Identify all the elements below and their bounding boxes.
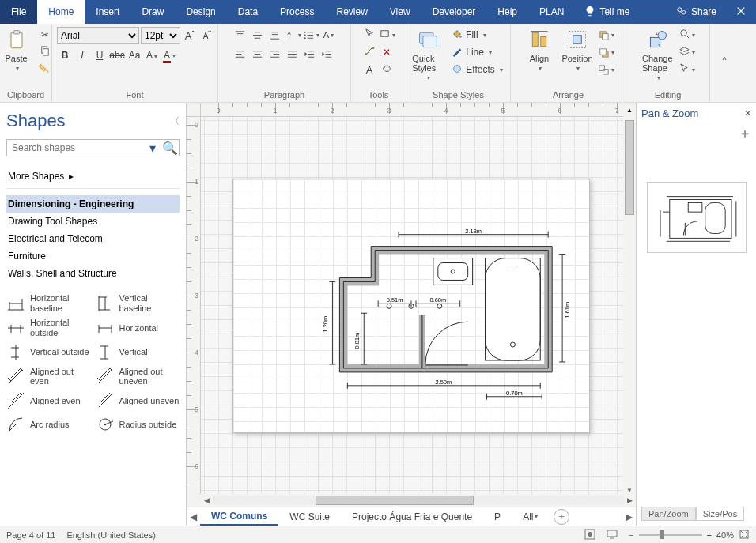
quick-styles-button[interactable]: Quick Styles▾ <box>410 27 445 83</box>
tab-developer[interactable]: Developer <box>421 0 487 24</box>
paste-button[interactable]: Paste ▾ <box>0 27 34 74</box>
strike-button[interactable]: abc <box>109 47 125 63</box>
bullets-button[interactable]: ▾ <box>303 27 319 43</box>
highlight-button[interactable]: A▾ <box>144 47 160 63</box>
layers-button[interactable]: ▾ <box>679 44 695 60</box>
align-center-button[interactable] <box>250 46 266 62</box>
zoom-level[interactable]: 40% <box>716 530 734 540</box>
format-painter-button[interactable] <box>37 62 53 77</box>
group-button[interactable]: ▾ <box>598 62 614 77</box>
find-button[interactable]: ▾ <box>679 27 695 43</box>
sheet-tab-wc-suite[interactable]: WC Suite <box>278 507 341 526</box>
grow-font-button[interactable]: Aˆ <box>182 28 198 43</box>
line-button[interactable]: Line▾ <box>448 44 505 60</box>
category-furniture[interactable]: Furniture <box>6 247 180 265</box>
tab-design[interactable]: Design <box>175 0 226 24</box>
stencil-h-baseline[interactable]: Horizontal baseline <box>6 292 91 315</box>
scroll-right[interactable]: ▶ <box>624 496 636 504</box>
align-bottom-button[interactable] <box>267 27 283 43</box>
sheet-next[interactable]: ▶ <box>622 511 636 522</box>
align-middle-button[interactable] <box>250 27 266 43</box>
connector-tool[interactable] <box>361 44 377 60</box>
tab-file[interactable]: File <box>0 0 37 24</box>
italic-button[interactable]: I <box>74 47 90 63</box>
sheet-tab-p[interactable]: P <box>483 507 512 526</box>
fill-button[interactable]: Fill▾ <box>448 27 505 43</box>
share-button[interactable]: Share <box>667 0 726 24</box>
tab-process[interactable]: Process <box>269 0 325 24</box>
scroll-left[interactable]: ◀ <box>201 496 213 504</box>
justify-button[interactable] <box>285 46 301 62</box>
connection-point-tool[interactable]: ✕ <box>379 44 395 60</box>
stencil-v-baseline[interactable]: Vertical baseline <box>96 292 180 315</box>
send-back-button[interactable]: ▾ <box>598 44 614 60</box>
tab-view[interactable]: View <box>379 0 421 24</box>
tab-home[interactable]: Home <box>37 0 85 24</box>
orientation-button[interactable]: ▾ <box>285 27 301 43</box>
tab-draw[interactable]: Draw <box>130 0 175 24</box>
collapse-shapes-button[interactable]: 〈 <box>170 115 180 128</box>
close-window[interactable] <box>726 0 756 24</box>
select-button[interactable]: ▾ <box>679 62 695 77</box>
scroll-up[interactable]: ▲ <box>623 103 636 117</box>
pointer-tool[interactable] <box>361 27 377 43</box>
font-color-button[interactable]: A▾ <box>161 47 177 63</box>
align-right-button[interactable] <box>267 46 283 62</box>
effects-button[interactable]: Effects▾ <box>448 62 505 77</box>
zoom-out-button[interactable]: − <box>629 530 633 540</box>
panzoom-close[interactable]: ✕ <box>744 108 751 119</box>
sheet-tab-all[interactable]: All ▾ <box>512 507 549 526</box>
zoom-in-button[interactable]: + <box>707 530 712 540</box>
font-name-select[interactable]: Arial <box>57 27 139 44</box>
position-button[interactable]: Position▾ <box>560 27 595 74</box>
search-go[interactable]: 🔍 <box>161 141 179 156</box>
align-button[interactable]: Align▾ <box>522 27 557 74</box>
category-drawing-tools[interactable]: Drawing Tool Shapes <box>6 213 180 230</box>
search-dropdown[interactable]: ▾ <box>144 141 161 156</box>
stencil-horizontal[interactable]: Horizontal <box>96 316 180 339</box>
macro-record-button[interactable] <box>584 529 595 541</box>
category-walls[interactable]: Walls, Shell and Structure <box>6 265 180 282</box>
bold-button[interactable]: B <box>57 47 73 63</box>
presentation-mode-button[interactable] <box>607 529 618 541</box>
sheet-prev[interactable]: ◀ <box>187 511 200 522</box>
align-left-button[interactable] <box>232 46 248 62</box>
search-shapes-input[interactable] <box>7 140 144 156</box>
text-tool[interactable]: A <box>361 62 377 77</box>
sheet-tab-projecto[interactable]: Projecto Água Fria e Quente <box>341 507 483 526</box>
font-size-select[interactable]: 12pt <box>141 27 180 44</box>
stencil-v-outside[interactable]: Vertical outside <box>6 341 91 364</box>
copy-button[interactable] <box>37 44 53 60</box>
rectangle-tool[interactable]: ▾ <box>379 27 395 43</box>
more-shapes[interactable]: More Shapes▸ <box>6 168 180 185</box>
fit-page-button[interactable] <box>739 529 750 541</box>
tab-help[interactable]: Help <box>486 0 528 24</box>
text-direction-button[interactable]: A▾ <box>321 27 337 43</box>
scrollbar-vertical[interactable]: ▼ <box>623 117 636 494</box>
tab-insert[interactable]: Insert <box>85 0 130 24</box>
underline-button[interactable]: U <box>92 47 108 63</box>
tab-data[interactable]: Data <box>227 0 269 24</box>
add-sheet-button[interactable]: ＋ <box>554 509 569 525</box>
stencil-vertical[interactable]: Vertical <box>96 341 180 364</box>
zoom-slider[interactable] <box>639 534 702 536</box>
scrollbar-horizontal[interactable] <box>213 496 624 505</box>
stencil-h-outside[interactable]: Horizontal outside <box>6 316 91 339</box>
bring-front-button[interactable]: ▾ <box>598 27 614 43</box>
stencil-aligned-uneven[interactable]: Aligned uneven <box>96 390 180 412</box>
status-language[interactable]: English (United States) <box>66 530 156 540</box>
drawing-canvas[interactable]: 2.18m 1.61m 2.50m 0.70m 1.20m 0.81m 0.51… <box>201 117 636 494</box>
stencil-aligned-out-even[interactable]: Aligned out even <box>6 365 91 388</box>
panzoom-tab-panzoom[interactable]: Pan/Zoom <box>641 507 696 521</box>
tab-review[interactable]: Review <box>325 0 378 24</box>
sheet-tab-wc-comuns[interactable]: WC Comuns <box>200 507 278 526</box>
collapse-ribbon-button[interactable]: ˄ <box>721 55 728 70</box>
increase-indent-button[interactable] <box>319 46 335 62</box>
tab-plan[interactable]: PLAN <box>528 0 575 24</box>
change-case-button[interactable]: Aa <box>127 47 142 63</box>
stencil-arc-radius[interactable]: Arc radius <box>6 413 91 436</box>
change-shape-button[interactable]: Change Shape▾ <box>641 27 675 83</box>
panzoom-thumbnail[interactable] <box>647 182 747 253</box>
align-top-button[interactable] <box>232 27 248 43</box>
panzoom-tab-sizepos[interactable]: Size/Pos <box>696 507 744 521</box>
